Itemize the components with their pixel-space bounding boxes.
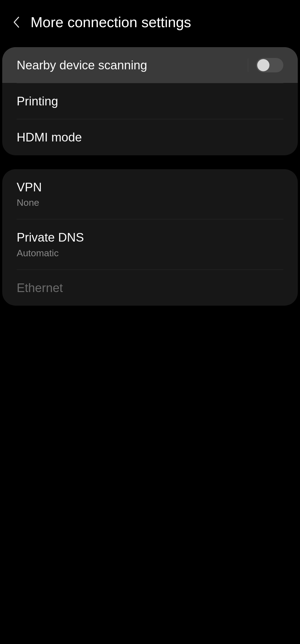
vpn-row[interactable]: VPN None	[2, 169, 298, 219]
row-text: Private DNS Automatic	[17, 229, 84, 260]
toggle-separator	[248, 59, 248, 72]
private-dns-row[interactable]: Private DNS Automatic	[2, 219, 298, 270]
back-button[interactable]	[8, 14, 25, 31]
vpn-label: VPN	[17, 179, 42, 195]
content: Nearby device scanning Printing HDMI mod…	[0, 39, 300, 306]
dns-label: Private DNS	[17, 229, 84, 245]
chevron-left-icon	[12, 16, 21, 28]
header: More connection settings	[0, 0, 300, 39]
page-title: More connection settings	[31, 14, 191, 31]
toggle-wrap	[248, 58, 283, 72]
row-text: Nearby device scanning	[17, 57, 147, 73]
nearby-device-scanning-row[interactable]: Nearby device scanning	[2, 47, 298, 83]
row-text: VPN None	[17, 179, 42, 209]
hdmi-mode-row[interactable]: HDMI mode	[2, 119, 298, 155]
printing-row[interactable]: Printing	[2, 83, 298, 119]
row-text: Printing	[17, 93, 58, 109]
dns-sublabel: Automatic	[17, 247, 84, 260]
vpn-sublabel: None	[17, 196, 42, 209]
nearby-toggle[interactable]	[256, 58, 283, 72]
hdmi-label: HDMI mode	[17, 129, 82, 145]
row-text: Ethernet	[17, 280, 63, 296]
nearby-label: Nearby device scanning	[17, 57, 147, 73]
ethernet-row: Ethernet	[2, 270, 298, 306]
printing-label: Printing	[17, 93, 58, 109]
settings-group-2: VPN None Private DNS Automatic Ethernet	[2, 169, 298, 306]
row-text: HDMI mode	[17, 129, 82, 145]
settings-group-1: Nearby device scanning Printing HDMI mod…	[2, 47, 298, 155]
toggle-knob	[257, 59, 269, 71]
ethernet-label: Ethernet	[17, 280, 63, 296]
